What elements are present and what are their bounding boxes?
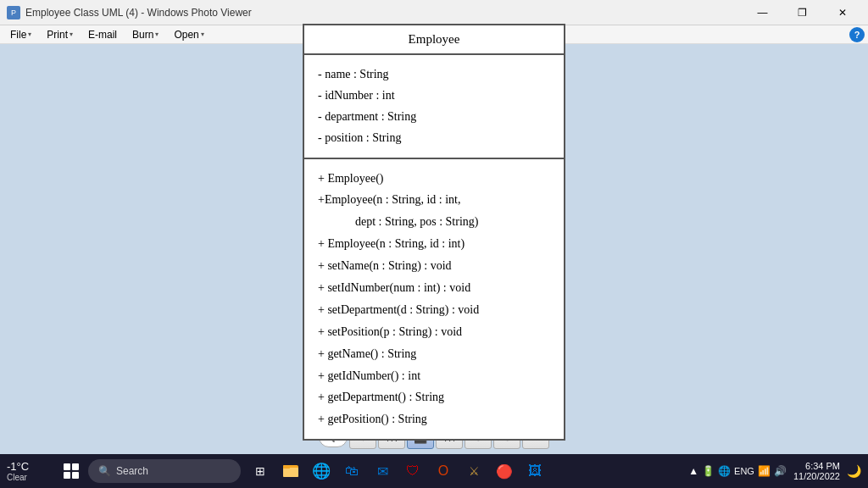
menu-print[interactable]: Print ▾: [40, 27, 80, 42]
taskbar-mcafee-icon[interactable]: 🛡: [400, 458, 426, 484]
sys-tray-network[interactable]: 🌐: [718, 465, 731, 477]
uml-attr-dept: - department : String: [318, 106, 550, 127]
uml-method-1-cont: dept : String, pos : String): [318, 211, 550, 233]
main-content-area: Employee - name : String - idNumber : in…: [0, 44, 868, 420]
uml-method-10: + getPosition() : String: [318, 408, 550, 430]
uml-method-3: + setName(n : String) : void: [318, 255, 550, 277]
minimize-button[interactable]: —: [743, 0, 782, 25]
uml-attr-id: - idNumber : int: [318, 85, 550, 106]
taskbar-task-view[interactable]: ⊞: [248, 458, 273, 484]
menu-open-arrow: ▾: [201, 30, 204, 38]
menu-print-arrow: ▾: [70, 30, 73, 38]
uml-method-4: + setIdNumber(num : int) : void: [318, 277, 550, 299]
notification-bell[interactable]: 🌙: [847, 464, 861, 478]
taskbar-edge-icon[interactable]: 🌐: [309, 458, 334, 484]
svg-rect-2: [283, 465, 290, 469]
uml-attr-pos: - position : String: [318, 127, 550, 148]
app-icon: P: [7, 6, 20, 19]
start-button[interactable]: [58, 458, 85, 485]
menu-file[interactable]: File ▾: [3, 27, 38, 42]
uml-method-2: + Employee(n : String, id : int): [318, 233, 550, 255]
sys-tray-chevron[interactable]: ▲: [688, 465, 698, 477]
clock-date: 11/20/2022: [793, 471, 840, 481]
uml-class-name: Employee: [304, 25, 564, 55]
uml-diagram: Employee - name : String - idNumber : in…: [303, 24, 565, 441]
taskbar-search-bar[interactable]: 🔍 Search: [88, 459, 241, 483]
sys-tray-battery[interactable]: 🔋: [702, 465, 715, 477]
taskbar-chrome-icon[interactable]: 🔴: [492, 458, 517, 484]
weather-condition: Clear: [7, 473, 27, 482]
uml-attr-name: - name : String: [318, 64, 550, 85]
window-title: Employee Class UML (4) - Windows Photo V…: [25, 7, 252, 19]
menu-burn-arrow: ▾: [155, 30, 159, 38]
clock-time: 6:34 PM: [805, 461, 840, 471]
sys-tray-icons: ▲ 🔋 🌐 ENG 📶 🔊: [688, 465, 787, 477]
menu-burn[interactable]: Burn ▾: [125, 27, 165, 42]
title-bar-controls: — ❐ ✕: [743, 0, 861, 25]
uml-method-5: + setDepartment(d : String) : void: [318, 299, 550, 321]
title-bar-left: P Employee Class UML (4) - Windows Photo…: [7, 6, 252, 19]
uml-method-6: + setPosition(p : String) : void: [318, 321, 550, 343]
weather-temp: -1°C: [7, 460, 29, 473]
taskbar-search-icon: 🔍: [98, 465, 111, 477]
windows-logo-icon: [64, 463, 79, 479]
close-button[interactable]: ✕: [823, 0, 861, 25]
taskbar-search-label: Search: [116, 465, 148, 477]
uml-method-1: +Employee(n : String, id : int,: [318, 189, 550, 211]
taskbar-photos-icon[interactable]: 🖼: [522, 458, 548, 484]
uml-method-7: + getName() : String: [318, 343, 550, 365]
taskbar-explorer-icon[interactable]: [278, 458, 303, 484]
menu-file-arrow: ▾: [28, 30, 31, 38]
maximize-button[interactable]: ❐: [783, 0, 821, 25]
taskbar-mail-icon[interactable]: ✉: [370, 458, 395, 484]
sys-tray-wifi[interactable]: 📶: [758, 465, 771, 477]
sys-tray-volume[interactable]: 🔊: [774, 465, 787, 477]
taskbar-weather: -1°C Clear: [7, 460, 49, 482]
taskbar-pinned-apps: ⊞ 🌐 🛍 ✉ 🛡 O ⚔ 🔴 🖼: [248, 458, 548, 484]
sys-tray-lang[interactable]: ENG: [734, 466, 754, 476]
uml-methods-section: + Employee() +Employee(n : String, id : …: [304, 159, 564, 440]
taskbar-clock[interactable]: 6:34 PM 11/20/2022: [793, 461, 840, 481]
taskbar: -1°C Clear 🔍 Search ⊞ 🌐 🛍 ✉ 🛡 O ⚔ 🔴 🖼 ▲ …: [0, 454, 868, 488]
taskbar-store-icon[interactable]: 🛍: [339, 458, 364, 484]
taskbar-office-icon[interactable]: O: [431, 458, 456, 484]
menu-open[interactable]: Open ▾: [167, 27, 210, 42]
uml-method-8: + getIdNumber() : int: [318, 365, 550, 387]
menu-email[interactable]: E-mail: [81, 27, 124, 42]
taskbar-system-tray: ▲ 🔋 🌐 ENG 📶 🔊 6:34 PM 11/20/2022 🌙: [688, 461, 861, 481]
svg-rect-1: [283, 468, 298, 477]
taskbar-lol-icon[interactable]: ⚔: [461, 458, 487, 484]
uml-attributes-section: - name : String - idNumber : int - depar…: [304, 55, 564, 159]
title-bar: P Employee Class UML (4) - Windows Photo…: [0, 0, 868, 25]
help-button[interactable]: ?: [849, 27, 865, 42]
uml-method-0: + Employee(): [318, 168, 550, 190]
uml-method-9: + getDepartment() : String: [318, 386, 550, 408]
